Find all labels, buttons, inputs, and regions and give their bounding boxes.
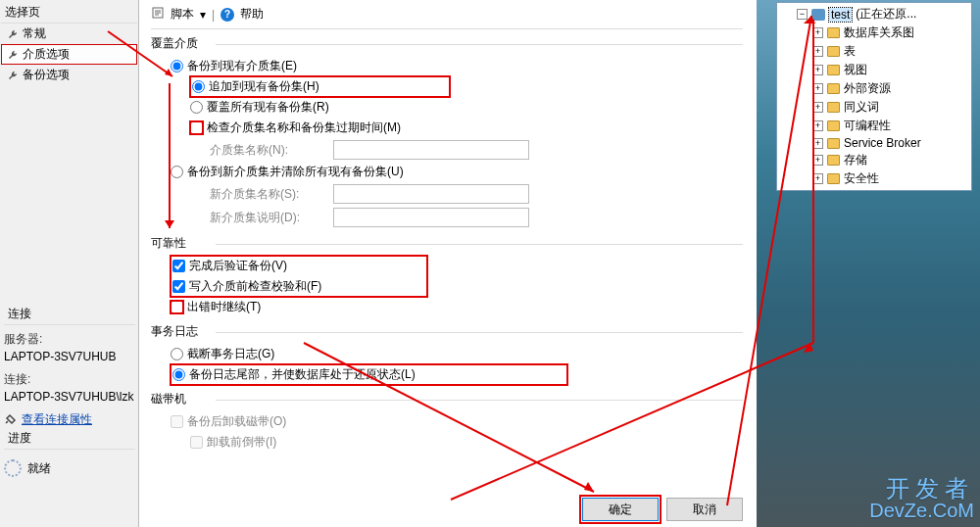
cancel-button[interactable]: 取消 <box>666 498 743 521</box>
server-label: 服务器: <box>4 331 135 348</box>
left-sidebar: 选择页 常规 介质选项 备份选项 连接 服务器: LAPTOP-3SV7UHUB… <box>0 0 139 527</box>
help-icon[interactable]: ? <box>220 8 234 22</box>
checkbox-input <box>171 415 183 428</box>
right-background: − test (正在还原... +数据库关系图+表+视图+外部资源+同义词+可编… <box>757 0 980 527</box>
new-media-name-input[interactable] <box>333 184 529 204</box>
folder-icon <box>827 65 840 75</box>
radio-backup-existing[interactable]: 备份到现有介质集(E) <box>151 56 743 76</box>
checkbox-input[interactable] <box>171 301 183 313</box>
tree-item[interactable]: +安全性 <box>781 169 967 188</box>
field-label: 新介质集说明(D): <box>210 210 327 226</box>
conn-label: 连接: <box>4 371 135 388</box>
field-label: 介质集名称(N): <box>210 142 327 159</box>
radio-label: 备份到现有介质集(E) <box>187 58 297 74</box>
sidebar-item-mediaoptions[interactable]: 介质选项 <box>1 44 137 65</box>
sidebar-item-backupoptions[interactable]: 备份选项 <box>1 65 137 85</box>
expand-icon[interactable]: + <box>812 120 823 131</box>
check-checksum[interactable]: 写入介质前检查校验和(F) <box>171 276 427 297</box>
tree-root[interactable]: − test (正在还原... <box>781 5 967 24</box>
watermark-line2: DevZe.CoM <box>869 501 974 521</box>
sidebar-item-label: 备份选项 <box>23 67 70 83</box>
expand-icon[interactable]: + <box>812 27 823 38</box>
progress-pane: 进度 就绪 <box>0 426 139 479</box>
tree-item-label: 同义词 <box>844 99 879 116</box>
media-name-input[interactable] <box>333 140 529 160</box>
expand-icon[interactable]: + <box>812 65 823 75</box>
folder-icon <box>827 155 840 166</box>
tree-item-label: 存储 <box>844 152 867 168</box>
tree-item-label: 可编程性 <box>844 118 891 134</box>
database-icon <box>811 9 825 21</box>
checkbox-label: 检查介质集名称和备份集过期时间(M) <box>207 120 401 136</box>
checkbox-input[interactable] <box>172 260 185 272</box>
checkbox-input <box>190 436 203 449</box>
collapse-icon[interactable]: − <box>797 9 808 20</box>
expand-icon[interactable]: + <box>812 155 823 166</box>
field-new-media-desc: 新介质集说明(D): <box>151 206 743 229</box>
radio-tail-restore[interactable]: 备份日志尾部，并使数据库处于还原状态(L) <box>171 364 567 385</box>
tree-item[interactable]: +同义词 <box>781 98 967 117</box>
radio-input[interactable] <box>171 166 183 178</box>
sidebar-item-general[interactable]: 常规 <box>1 24 137 44</box>
script-button[interactable]: 脚本 <box>171 6 194 23</box>
radio-input[interactable] <box>172 368 185 381</box>
field-media-name: 介质集名称(N): <box>151 138 743 162</box>
tree-item[interactable]: +可编程性 <box>781 117 967 135</box>
folder-icon <box>827 46 840 57</box>
radio-overwrite-all[interactable]: 覆盖所有现有备份集(R) <box>151 97 743 118</box>
tree-item[interactable]: +Service Broker <box>781 135 967 151</box>
sidebar-item-label: 常规 <box>23 25 46 42</box>
toolbar: 脚本 ▾ | ? 帮助 <box>151 6 743 26</box>
spinner-icon <box>4 459 22 477</box>
folder-icon <box>827 83 840 94</box>
help-button[interactable]: 帮助 <box>240 6 264 23</box>
check-rewind-before: 卸载前倒带(I) <box>151 432 743 453</box>
checkbox-input[interactable] <box>190 121 203 134</box>
tree-item-label: 视图 <box>844 62 867 78</box>
expand-icon[interactable]: + <box>812 46 823 57</box>
tree-item-label: 表 <box>844 43 856 60</box>
conn-value: LAPTOP-3SV7UHUB\lzk <box>4 390 135 404</box>
script-icon <box>151 6 165 23</box>
radio-append-existing[interactable]: 追加到现有备份集(H) <box>190 76 450 97</box>
radio-input[interactable] <box>192 80 205 93</box>
checkbox-label: 出错时继续(T) <box>187 299 261 315</box>
expand-icon[interactable]: + <box>812 83 823 94</box>
expand-icon[interactable]: + <box>812 138 823 149</box>
tree-item[interactable]: +存储 <box>781 151 967 169</box>
folder-icon <box>827 120 840 131</box>
watermark-line1: 开发者 <box>869 476 974 501</box>
expand-icon[interactable]: + <box>812 173 823 184</box>
tree-item-label: 外部资源 <box>844 80 891 97</box>
object-explorer-tree: − test (正在还原... +数据库关系图+表+视图+外部资源+同义词+可编… <box>776 2 972 191</box>
tree-item[interactable]: +表 <box>781 42 967 61</box>
group-override-media: 覆盖介质 <box>151 35 743 52</box>
checkbox-input[interactable] <box>172 280 185 293</box>
connection-header: 连接 <box>4 304 135 325</box>
folder-icon <box>827 138 840 149</box>
radio-input[interactable] <box>171 348 183 360</box>
check-verify[interactable]: 完成后验证备份(V) <box>171 256 427 276</box>
group-txnlog: 事务日志 <box>151 323 743 340</box>
check-media-name[interactable]: 检查介质集名称和备份集过期时间(M) <box>151 118 743 138</box>
radio-label: 追加到现有备份集(H) <box>209 78 319 95</box>
tree-item[interactable]: +数据库关系图 <box>781 24 967 42</box>
dropdown-icon[interactable]: ▾ <box>200 8 206 22</box>
server-value: LAPTOP-3SV7UHUB <box>4 350 135 363</box>
radio-truncate-log[interactable]: 截断事务日志(G) <box>151 344 743 364</box>
tree-item[interactable]: +视图 <box>781 61 967 79</box>
radio-input[interactable] <box>171 60 183 72</box>
expand-icon[interactable]: + <box>812 102 823 113</box>
watermark: 开发者 DevZe.CoM <box>869 476 974 521</box>
check-continue-error[interactable]: 出错时继续(T) <box>151 297 743 317</box>
new-media-desc-input[interactable] <box>333 208 529 227</box>
ok-button[interactable]: 确定 <box>582 498 659 521</box>
checkbox-label: 写入介质前检查校验和(F) <box>189 278 321 295</box>
radio-backup-new-erase[interactable]: 备份到新介质集并清除所有现有备份集(U) <box>151 162 743 182</box>
radio-input[interactable] <box>190 101 203 114</box>
group-tape: 磁带机 <box>151 391 743 407</box>
field-new-media-name: 新介质集名称(S): <box>151 182 743 206</box>
group-reliability: 可靠性 <box>151 235 743 252</box>
checkbox-label: 完成后验证备份(V) <box>189 258 287 274</box>
tree-item[interactable]: +外部资源 <box>781 79 967 98</box>
